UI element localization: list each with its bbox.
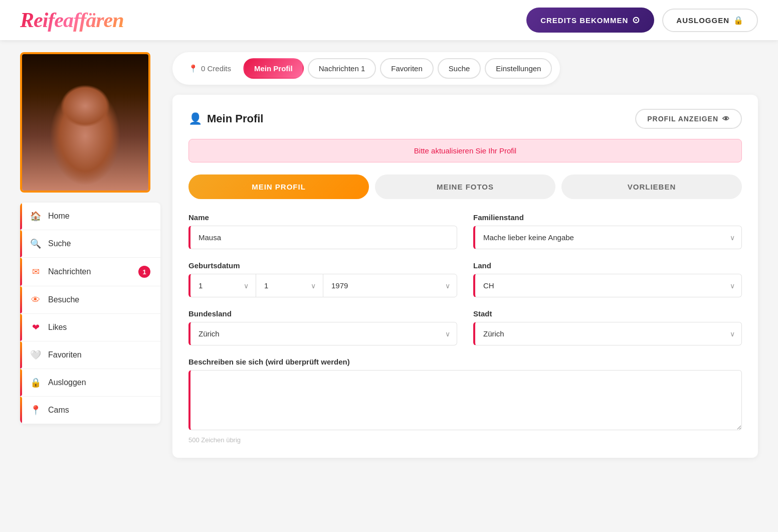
sidebar-item-label: Home (48, 212, 70, 221)
sidebar-item-besuche[interactable]: 👁 Besuche (20, 286, 160, 314)
profile-photo (20, 52, 150, 193)
nachrichten-badge: 1 (138, 266, 150, 278)
bundesland-select-wrapper: Zürich Bern Basel (188, 322, 457, 345)
form-group-stadt: Stadt Zürich Bern (473, 309, 742, 345)
profile-header: 👤 Mein Profil PROFIL ANZEIGEN 👁 (188, 109, 742, 129)
stadt-label: Stadt (473, 309, 742, 318)
form-group-beschreibung: Beschreiben sie sich (wird überprüft wer… (188, 358, 742, 444)
sidebar-item-label: Ausloggen (48, 378, 86, 387)
beschreibung-textarea[interactable] (188, 370, 742, 430)
form-group-geburtsdatum: Geburtsdatum 12345 12345 (188, 261, 457, 297)
logout-icon: 🔒 (30, 377, 41, 388)
sidebar-item-favoriten[interactable]: 🤍 Favoriten (20, 341, 160, 369)
land-select[interactable]: CH DE AT (473, 274, 742, 297)
geburtsdatum-label: Geburtsdatum (188, 261, 457, 270)
tab-einstellungen[interactable]: Einstellungen (485, 58, 552, 79)
bundesland-label: Bundesland (188, 309, 457, 318)
name-label: Name (188, 213, 457, 222)
header: Reifeaffären CREDITS BEKOMMEN ⊙ AUSLOGGE… (0, 0, 778, 40)
tab-suche[interactable]: Suche (438, 58, 481, 79)
eye-icon: 👁 (30, 294, 41, 305)
sidebar-item-cams[interactable]: 📍 Cams (20, 397, 160, 424)
profile-title: 👤 Mein Profil (188, 112, 263, 125)
land-label: Land (473, 261, 742, 270)
familienstand-label: Familienstand (473, 213, 742, 222)
main-layout: 🏠 Home 🔍 Suche ✉ Nachrichten 1 👁 Besuche (0, 40, 778, 470)
credits-bekommen-button[interactable]: CREDITS BEKOMMEN ⊙ (526, 8, 654, 33)
tab-bar: 📍 0 Credits Mein Profil Nachrichten 1 Fa… (172, 52, 560, 85)
profile-card: 👤 Mein Profil PROFIL ANZEIGEN 👁 Bitte ak… (172, 95, 758, 458)
tab-nachrichten[interactable]: Nachrichten 1 (308, 58, 376, 79)
stadt-select[interactable]: Zürich Bern (473, 322, 742, 345)
year-select-wrapper: 197919801985 (323, 274, 457, 297)
profil-anzeigen-button[interactable]: PROFIL ANZEIGEN 👁 (635, 109, 742, 129)
form-group-familienstand: Familienstand Mache lieber keine Angabe … (473, 213, 742, 249)
name-input[interactable] (188, 226, 457, 249)
stadt-select-wrapper: Zürich Bern (473, 322, 742, 345)
update-banner: Bitte aktualisieren Sie Ihr Profil (188, 139, 742, 162)
year-select[interactable]: 197919801985 (323, 274, 457, 297)
sidebar-item-label: Cams (48, 406, 69, 415)
sub-tab-vorlieben[interactable]: VORLIEBEN (561, 174, 742, 199)
month-select[interactable]: 12345 (256, 274, 323, 297)
logo: Reifeaffären (20, 8, 124, 32)
sidebar-item-label: Likes (48, 323, 67, 332)
nav-menu: 🏠 Home 🔍 Suche ✉ Nachrichten 1 👁 Besuche (20, 203, 160, 424)
sidebar-item-home[interactable]: 🏠 Home (20, 203, 160, 230)
sub-tab-mein-profil[interactable]: MEIN PROFIL (188, 174, 369, 199)
sidebar-item-likes[interactable]: ❤ Likes (20, 314, 160, 341)
heart-icon: ❤ (30, 322, 41, 333)
view-icon: 👁 (722, 115, 730, 123)
sidebar-item-suche[interactable]: 🔍 Suche (20, 230, 160, 258)
coin-icon: ⊙ (632, 15, 640, 26)
lock-icon: 🔒 (733, 16, 744, 25)
profile-form: Name Familienstand Mache lieber keine An… (188, 213, 742, 444)
familienstand-select-wrapper: Mache lieber keine Angabe Ledig Verheira… (473, 226, 742, 249)
sidebar-item-nachrichten[interactable]: ✉ Nachrichten 1 (20, 258, 160, 286)
beschreibung-label: Beschreiben sie sich (wird überprüft wer… (188, 358, 742, 366)
form-group-name: Name (188, 213, 457, 249)
user-icon: 👤 (188, 112, 202, 125)
sidebar-item-label: Favoriten (48, 350, 82, 360)
sidebar-item-label: Nachrichten (48, 267, 91, 276)
tab-credits[interactable]: 📍 0 Credits (180, 60, 239, 77)
sub-tab-meine-fotos[interactable]: MEINE FOTOS (375, 174, 555, 199)
date-row: 12345 12345 197919801985 (188, 274, 457, 297)
sidebar-item-label: Suche (48, 239, 71, 248)
credits-pin-icon: 📍 (188, 64, 198, 73)
ausloggen-header-button[interactable]: AUSLOGGEN 🔒 (662, 9, 758, 32)
home-icon: 🏠 (30, 211, 41, 222)
sub-tabs: MEIN PROFIL MEINE FOTOS VORLIEBEN (188, 174, 742, 199)
land-select-wrapper: CH DE AT (473, 274, 742, 297)
header-actions: CREDITS BEKOMMEN ⊙ AUSLOGGEN 🔒 (526, 8, 758, 33)
mail-icon: ✉ (30, 266, 41, 277)
beschreibung-hint: 500 Zeichen übrig (188, 436, 742, 444)
heart-outline-icon: 🤍 (30, 349, 41, 361)
day-select-wrapper: 12345 (188, 274, 256, 297)
search-icon: 🔍 (30, 238, 41, 249)
bundesland-select[interactable]: Zürich Bern Basel (188, 322, 457, 345)
sidebar: 🏠 Home 🔍 Suche ✉ Nachrichten 1 👁 Besuche (20, 52, 160, 458)
familienstand-select[interactable]: Mache lieber keine Angabe Ledig Verheira… (473, 226, 742, 249)
form-group-bundesland: Bundesland Zürich Bern Basel (188, 309, 457, 345)
content: 📍 0 Credits Mein Profil Nachrichten 1 Fa… (172, 52, 758, 458)
cams-icon: 📍 (30, 405, 41, 416)
month-select-wrapper: 12345 (256, 274, 323, 297)
day-select[interactable]: 12345 (188, 274, 256, 297)
tab-favoriten[interactable]: Favoriten (380, 58, 434, 79)
sidebar-item-ausloggen[interactable]: 🔒 Ausloggen (20, 369, 160, 397)
sidebar-item-label: Besuche (48, 295, 79, 304)
form-group-land: Land CH DE AT (473, 261, 742, 297)
tab-mein-profil[interactable]: Mein Profil (243, 58, 304, 79)
